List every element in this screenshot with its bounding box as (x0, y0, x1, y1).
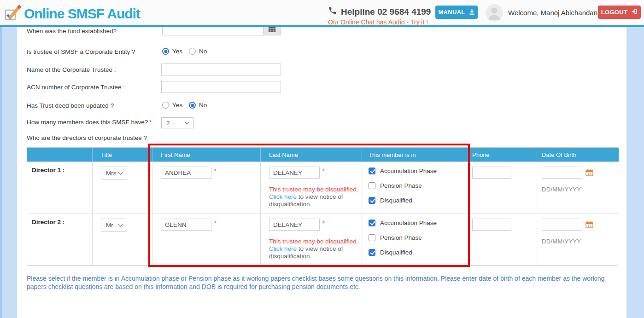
manual-button[interactable]: MANUAL (435, 6, 478, 19)
table-row-director1-label-cell: Director 1 : (27, 162, 93, 214)
table-row-director2-label-cell: Director 2 : (27, 214, 93, 265)
radio-no-label: No (199, 48, 207, 55)
column-header-member-is-in: This member is in (362, 148, 468, 162)
required-asterisk: * (322, 168, 325, 174)
column-header-last-name: Last Name (261, 148, 362, 162)
chat-banner-text: Our Online Chat has Audio - Try it ! (328, 18, 428, 26)
disqualified-label: Disqualified (380, 197, 412, 204)
download-icon (469, 9, 475, 16)
director1-pension-checkbox[interactable] (369, 182, 375, 189)
column-header-first-name: First Name (152, 148, 261, 162)
right-margin-band (626, 27, 644, 318)
director1-disqualification-link[interactable]: Click here (269, 193, 297, 200)
welcome-text: Welcome, Manoj Abichandani (508, 9, 599, 17)
director2-title-value: Mr (106, 222, 113, 229)
accumulation-phase-label: Accumulation Phase (380, 220, 437, 226)
director1-disqualified-checkbox[interactable] (369, 197, 375, 204)
director2-first-name-input[interactable] (161, 219, 211, 231)
left-margin-band (0, 27, 17, 318)
director2-title-cell: Mr (93, 214, 152, 265)
pension-phase-label: Pension Phase (380, 182, 422, 189)
logout-button[interactable]: LOGOUT (598, 6, 641, 19)
member-count-value: 2 (166, 120, 170, 127)
corporate-entity-label: Is trustee of SMSF a Corporate Entity ? (27, 48, 135, 55)
directors-table: Title First Name Last Name This member i… (27, 147, 618, 266)
radio-yes-label: Yes (172, 102, 182, 109)
director2-label: Director 2 : (32, 219, 64, 225)
logout-button-label: LOGOUT (601, 9, 627, 16)
director1-dob-input[interactable] (542, 167, 582, 179)
user-avatar (486, 4, 503, 22)
director1-dob-cell: 17 DD/MM/YYYY (537, 162, 619, 214)
director2-phone-cell (468, 214, 537, 265)
director1-phases-cell: Accumulation Phase Pension Phase Disqual… (362, 162, 468, 214)
member-count-label: How many members does this SMSF have?* (27, 119, 152, 126)
director1-accumulation-checkbox[interactable] (369, 168, 375, 174)
fund-established-label: When was the fund established? (27, 28, 117, 35)
app-logo: Online SMSF Audit (4, 3, 140, 24)
director1-dob-format-hint: DD/MM/YYYY (542, 186, 619, 193)
required-asterisk: * (322, 220, 325, 226)
logo-text: Online SMSF Audit (24, 6, 140, 22)
svg-text:17: 17 (588, 224, 591, 227)
director2-last-name-cell: * This trustee may be disqualified. Clic… (261, 214, 362, 265)
required-asterisk: * (214, 220, 217, 226)
member-count-select[interactable]: 2 (161, 117, 193, 128)
directors-question-label: Who are the directors of corporate trust… (27, 134, 147, 141)
director2-dob-cell: 17 DD/MM/YYYY (537, 214, 619, 265)
director2-disqualified-checkbox[interactable] (369, 249, 375, 256)
director1-title-value: Mrs (106, 170, 117, 177)
director1-title-cell: Mrs (93, 162, 152, 214)
director2-pension-checkbox[interactable] (369, 234, 375, 241)
director1-dob-calendar-icon[interactable]: 17 (585, 169, 593, 178)
director2-title-select[interactable]: Mr (101, 219, 127, 231)
radio-yes-label: Yes (172, 48, 182, 55)
director2-phone-input[interactable] (472, 219, 511, 231)
director1-disqualified-warning: This trustee may be disqualified. Click … (269, 186, 361, 208)
director1-phone-cell (468, 162, 537, 214)
trustee-name-label: Name of the Corporate Trustee : (27, 66, 116, 73)
disqualified-label: Disqualified (380, 249, 412, 256)
required-asterisk: * (149, 119, 152, 126)
director1-last-name-input[interactable] (269, 167, 320, 179)
director2-first-name-cell: * (152, 214, 261, 265)
director1-first-name-cell: * (152, 162, 261, 214)
footer-note: Please select if the member is in Accumu… (27, 274, 614, 291)
deed-updated-no-radio[interactable] (189, 102, 196, 109)
required-asterisk: * (214, 168, 217, 174)
corporate-entity-no-radio[interactable] (189, 48, 196, 55)
helpline: Helpline 02 9684 4199 (328, 6, 431, 17)
column-header-phone: Phone (468, 148, 537, 162)
director1-phone-input[interactable] (472, 167, 511, 179)
deed-updated-radio-group: Yes No (162, 102, 207, 109)
deed-updated-label: Has Trust deed been updated ? (27, 102, 114, 109)
app-header: Online SMSF Audit Helpline 02 9684 4199 … (0, 0, 644, 27)
radio-no-label: No (199, 102, 207, 109)
director2-accumulation-checkbox[interactable] (369, 220, 375, 226)
director1-title-select[interactable]: Mrs (101, 167, 127, 179)
director2-disqualified-warning: This trustee may be disqualified. Click … (269, 238, 361, 260)
accumulation-phase-label: Accumulation Phase (380, 168, 437, 174)
director1-first-name-input[interactable] (161, 167, 211, 179)
helpline-text: Helpline 02 9684 4199 (341, 7, 431, 17)
corporate-entity-radio-group: Yes No (162, 48, 207, 55)
trustee-name-input[interactable] (161, 64, 281, 75)
manual-button-label: MANUAL (438, 9, 465, 16)
column-header-title: Title (93, 148, 152, 162)
deed-updated-yes-radio[interactable] (162, 102, 169, 109)
trustee-acn-label: ACN number of Corporate Trustee : (27, 84, 125, 91)
pension-phase-label: Pension Phase (380, 234, 422, 241)
director2-last-name-input[interactable] (269, 219, 320, 231)
phone-icon (328, 6, 337, 17)
svg-text:17: 17 (588, 172, 591, 175)
director2-dob-input[interactable] (542, 219, 582, 231)
logout-icon (631, 8, 638, 16)
director1-last-name-cell: * This trustee may be disqualified. Clic… (261, 162, 362, 214)
director2-dob-calendar-icon[interactable]: 17 (585, 221, 593, 230)
column-header-empty (27, 148, 93, 162)
director2-dob-format-hint: DD/MM/YYYY (542, 238, 619, 245)
director2-disqualification-link[interactable]: Click here (269, 245, 297, 252)
director1-label: Director 1 : (32, 167, 64, 173)
corporate-entity-yes-radio[interactable] (162, 48, 169, 55)
trustee-acn-input[interactable] (161, 81, 281, 93)
